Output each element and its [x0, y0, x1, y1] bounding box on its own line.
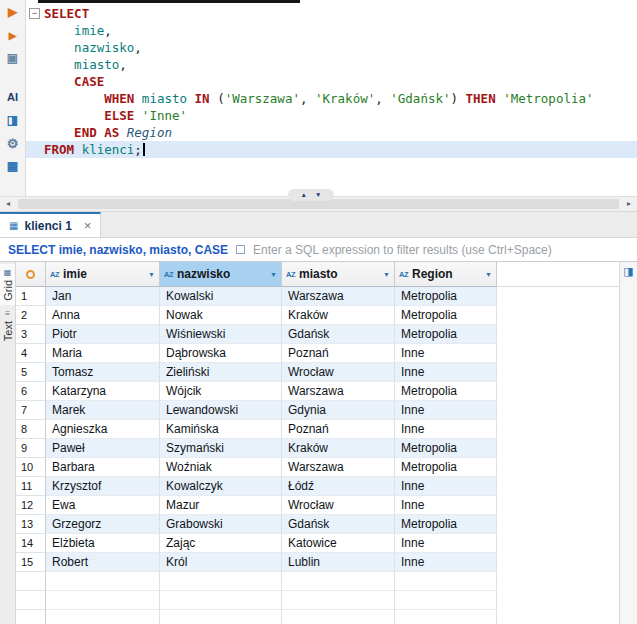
row-number[interactable]: 9: [16, 439, 46, 458]
grid-cell[interactable]: Kowalski: [160, 287, 282, 306]
grid-cell[interactable]: Tomasz: [46, 363, 160, 382]
grid-cell[interactable]: Poznań: [282, 344, 395, 363]
grid-cell[interactable]: Paweł: [46, 439, 160, 458]
scroll-right-icon[interactable]: ▸: [621, 197, 637, 211]
grid-cell[interactable]: Inne: [395, 363, 497, 382]
sash-collapse-down-icon[interactable]: ▼: [315, 189, 321, 201]
grid-cell[interactable]: Anna: [46, 306, 160, 325]
grid-cell[interactable]: Mazur: [160, 496, 282, 515]
grid-cell[interactable]: Król: [160, 553, 282, 572]
grid-cell[interactable]: Nowak: [160, 306, 282, 325]
show-panel-icon[interactable]: ◨: [7, 114, 18, 127]
row-number[interactable]: 2: [16, 306, 46, 325]
row-number[interactable]: 15: [16, 553, 46, 572]
row-number[interactable]: [16, 591, 46, 610]
grid-cell[interactable]: Kraków: [282, 306, 395, 325]
grid-cell[interactable]: Marek: [46, 401, 160, 420]
grid-cell[interactable]: Wrocław: [282, 496, 395, 515]
grid-cell[interactable]: Wrocław: [282, 363, 395, 382]
grid-cell[interactable]: Jan: [46, 287, 160, 306]
code-line[interactable]: miasto,: [26, 56, 637, 73]
row-number[interactable]: 6: [16, 382, 46, 401]
grid-cell[interactable]: [395, 591, 497, 610]
row-number[interactable]: 3: [16, 325, 46, 344]
export-result-icon[interactable]: ▣: [7, 52, 18, 65]
grid-cell[interactable]: Inne: [395, 344, 497, 363]
ai-assistant-icon[interactable]: AI: [7, 91, 18, 104]
filter-dropdown-icon[interactable]: ▼: [383, 271, 390, 278]
grid-cell[interactable]: Krzysztof: [46, 477, 160, 496]
code-line[interactable]: WHEN miasto IN ('Warszawa', 'Kraków', 'G…: [26, 90, 637, 107]
results-tab-klienci[interactable]: ▦ klienci 1 ×: [0, 212, 101, 237]
grid-cell[interactable]: Ewa: [46, 496, 160, 515]
grid-cell[interactable]: Metropolia: [395, 325, 497, 344]
grid-cell[interactable]: [395, 572, 497, 591]
grid-cell[interactable]: Wiśniewski: [160, 325, 282, 344]
grid-cell[interactable]: Kraków: [282, 439, 395, 458]
row-number[interactable]: 10: [16, 458, 46, 477]
grid-cell[interactable]: [160, 610, 282, 624]
filter-dropdown-icon[interactable]: ▼: [148, 271, 155, 278]
grid-cell[interactable]: Metropolia: [395, 287, 497, 306]
row-number[interactable]: 5: [16, 363, 46, 382]
grid-cell[interactable]: Grabowski: [160, 515, 282, 534]
grid-cell[interactable]: Metropolia: [395, 382, 497, 401]
grid-cell[interactable]: Metropolia: [395, 306, 497, 325]
grid-cell[interactable]: Dąbrowska: [160, 344, 282, 363]
grid-cell[interactable]: [395, 610, 497, 624]
fold-collapse-icon[interactable]: −: [29, 8, 40, 19]
grid-cell[interactable]: [282, 591, 395, 610]
grid-cell[interactable]: [160, 591, 282, 610]
tab-grid-view[interactable]: ▦ Grid: [0, 264, 15, 305]
execute-script-icon[interactable]: ▶: [9, 29, 17, 42]
column-header-miasto[interactable]: AZmiasto▼: [282, 262, 395, 287]
code-line[interactable]: SELECT−: [26, 5, 637, 22]
row-number[interactable]: 1: [16, 287, 46, 306]
row-number[interactable]: [16, 610, 46, 624]
code-line[interactable]: imie,: [26, 22, 637, 39]
code-line[interactable]: END AS Region: [26, 124, 637, 141]
grid-cell[interactable]: Inne: [395, 477, 497, 496]
custom-filter-icon[interactable]: [236, 245, 245, 254]
grid-cell[interactable]: Warszawa: [282, 458, 395, 477]
grid-cell[interactable]: [282, 610, 395, 624]
sql-code-area[interactable]: SELECT− imie, nazwisko, miasto, CASE WHE…: [26, 0, 637, 196]
code-line[interactable]: nazwisko,: [26, 39, 637, 56]
grid-cell[interactable]: Gdynia: [282, 401, 395, 420]
grid-cell[interactable]: Piotr: [46, 325, 160, 344]
grid-cell[interactable]: Katarzyna: [46, 382, 160, 401]
row-number[interactable]: 14: [16, 534, 46, 553]
column-header-imie[interactable]: AZimie▼: [46, 262, 160, 287]
grid-cell[interactable]: Poznań: [282, 420, 395, 439]
editor-results-sash[interactable]: ▲ ▼: [288, 189, 334, 201]
grid-cell[interactable]: Robert: [46, 553, 160, 572]
value-panel-icon[interactable]: ◨: [623, 265, 633, 278]
grid-cell[interactable]: Agnieszka: [46, 420, 160, 439]
grid-cell[interactable]: [46, 572, 160, 591]
grid-cell[interactable]: Inne: [395, 553, 497, 572]
grid-cell[interactable]: Inne: [395, 401, 497, 420]
column-header-nazwisko[interactable]: AZnazwisko▼: [160, 262, 282, 287]
filter-placeholder[interactable]: Enter a SQL expression to filter results…: [253, 243, 552, 257]
grid-cell[interactable]: Metropolia: [395, 439, 497, 458]
grid-cell[interactable]: Zieliński: [160, 363, 282, 382]
close-icon[interactable]: ×: [84, 218, 92, 233]
filter-dropdown-icon[interactable]: ▼: [485, 271, 492, 278]
settings-gear-icon[interactable]: ⚙: [7, 137, 19, 150]
results-filter-bar[interactable]: SELECT imie, nazwisko, miasto, CASE Ente…: [0, 238, 637, 262]
filter-query-text[interactable]: SELECT imie, nazwisko, miasto, CASE: [8, 243, 228, 257]
row-number[interactable]: [16, 572, 46, 591]
grid-cell[interactable]: Grzegorz: [46, 515, 160, 534]
grid-cell[interactable]: Gdańsk: [282, 515, 395, 534]
code-line[interactable]: FROM klienci;: [26, 141, 637, 158]
grid-cell[interactable]: Kamińska: [160, 420, 282, 439]
row-number[interactable]: 13: [16, 515, 46, 534]
grid-cell[interactable]: Metropolia: [395, 458, 497, 477]
open-table-icon[interactable]: ▦: [7, 160, 18, 173]
grid-cell[interactable]: [46, 610, 160, 624]
grid-cell[interactable]: Inne: [395, 534, 497, 553]
grid-cell[interactable]: Warszawa: [282, 287, 395, 306]
grid-cell[interactable]: Łódź: [282, 477, 395, 496]
grid-cell[interactable]: [46, 591, 160, 610]
grid-cell[interactable]: [282, 572, 395, 591]
